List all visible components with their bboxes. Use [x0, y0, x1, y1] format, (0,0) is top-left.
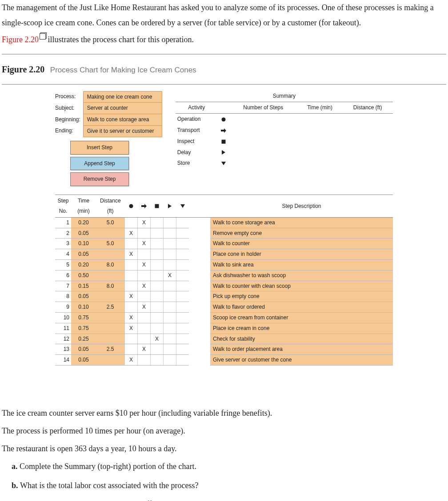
summary-block: Summary Activity Number of Steps Time (m… [176, 91, 393, 189]
summary-title: Summary [176, 91, 393, 101]
table-row: 40.05XPlace cone in holder [55, 249, 393, 260]
circle-icon [218, 114, 229, 125]
meta-table: Process:Making one ice cream cone Subjec… [55, 91, 162, 137]
arrow-icon [141, 203, 147, 209]
meta-process: Making one ice cream cone [83, 91, 162, 103]
table-row: 110.75XPlace ice cream in cone [55, 323, 393, 334]
meta-subject: Server at counter [83, 103, 162, 114]
remove-step-button[interactable]: Remove Step [70, 172, 129, 186]
insert-step-button[interactable]: Insert Step [70, 141, 129, 155]
intro-text: The management of the Just Like Home Res… [2, 0, 446, 48]
tri-down-icon [218, 158, 229, 169]
question-a: a. Complete the Summary (top-right) port… [12, 459, 446, 474]
question-b: b. What is the total labor cost associat… [12, 478, 446, 493]
summary-activity: Inspect [176, 136, 218, 147]
table-row: 30.105.0XWalk to counter [55, 239, 393, 249]
circle-icon [128, 203, 134, 209]
table-row: 60.50XAsk dishwasher to wash scoop [55, 270, 393, 281]
question-c: c. How can this operation be made more e… [12, 497, 446, 501]
table-row: 80.05XPick up empty cone [55, 291, 393, 302]
tri-down-icon [180, 203, 185, 209]
table-row: 100.75XScoop ice cream from container [55, 312, 393, 323]
popup-icon[interactable] [40, 33, 46, 40]
square-icon [218, 136, 229, 147]
tri-right-icon [167, 203, 172, 209]
intro-p1: The management of the Just Like Home Res… [2, 0, 446, 30]
tri-right-icon [218, 147, 229, 158]
table-row: 70.158.0XWalk to counter with clean scoo… [55, 281, 393, 291]
append-step-button[interactable]: Append Step [70, 157, 129, 171]
arrow-icon [218, 125, 229, 136]
summary-activity: Transport [176, 125, 218, 136]
process-chart: Process:Making one ice cream cone Subjec… [55, 91, 393, 366]
table-row: 10.205.0XWalk to cone storage area [55, 217, 393, 228]
meta-ending: Give it to server or customer [83, 125, 162, 137]
table-row: 140.05XGive server or customer the cone [55, 355, 393, 366]
after-p3: The restaurant is open 363 days a year, … [2, 441, 446, 456]
after-p2: The process is performed 10 times per ho… [2, 423, 446, 438]
table-row: 90.102.5XWalk to flavor ordered [55, 302, 393, 313]
intro-p2: Figure 2.20 illustrates the process char… [2, 32, 446, 47]
summary-activity: Operation [176, 114, 218, 125]
table-row: 20.05XRemove empty cone [55, 228, 393, 239]
divider [2, 84, 446, 85]
summary-activity: Store [176, 158, 218, 169]
square-icon [154, 203, 160, 209]
table-row: 50.208.0XWalk to sink area [55, 259, 393, 270]
figure-link[interactable]: Figure 2.20 [2, 35, 39, 44]
figure-title: Process Chart for Making Ice Cream Cones [50, 66, 196, 74]
summary-activity: Delay [176, 147, 218, 158]
divider [2, 54, 446, 55]
table-row: 130.052.5XWalk to order placement area [55, 344, 393, 355]
step-table: Step No. Time (min) Distance (ft) Step D… [55, 195, 393, 366]
figure-number: Figure 2.20 [2, 64, 44, 74]
table-row: 120.25XCheck for stability [55, 334, 393, 344]
after-p1: The ice cream counter server earns $10 p… [2, 406, 446, 421]
figure-caption: Figure 2.20 Process Chart for Making Ice… [2, 61, 446, 78]
meta-beginning: Walk to cone storage area [83, 114, 162, 126]
question-block: The ice cream counter server earns $10 p… [2, 406, 446, 501]
